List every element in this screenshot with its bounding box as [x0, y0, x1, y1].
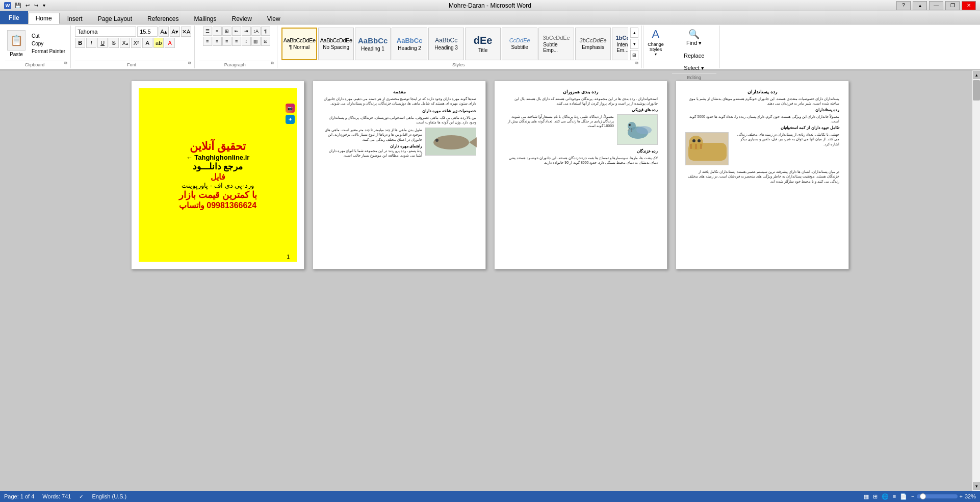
tab-mailings[interactable]: Mailings — [186, 13, 224, 24]
select-button[interactable]: Select ▾ — [680, 63, 708, 73]
line-spacing-btn[interactable]: ↕ — [242, 37, 251, 46]
save-quick-btn[interactable]: 💾 — [13, 2, 22, 9]
justify-btn[interactable]: ≡ — [232, 37, 241, 46]
strikethrough-btn[interactable]: S — [109, 38, 119, 48]
redo-quick-btn[interactable]: ↪ — [33, 2, 40, 9]
paste-icon: 📋 — [7, 30, 25, 51]
tab-review[interactable]: Review — [224, 13, 259, 24]
tab-file[interactable]: File — [0, 11, 28, 24]
tab-home[interactable]: Home — [28, 13, 60, 24]
tab-references[interactable]: References — [140, 13, 186, 24]
page-3-reptile-text: لاک پشت ها، مارها، سوسمارها و تمساح ها ه… — [504, 156, 658, 165]
view-web-layout[interactable]: 🌐 — [882, 493, 889, 500]
zoom-slider[interactable] — [917, 494, 958, 498]
find-button[interactable]: 🔍 Find ▾ — [682, 27, 706, 48]
quick-access-dropdown[interactable]: ▾ — [41, 2, 47, 9]
pages-row: 📷 ✈ تحقیق آنلاین Tahghighonline.ir ← مرج… — [131, 81, 849, 269]
paragraph-expander[interactable]: ⧉ — [271, 61, 274, 67]
change-styles-button[interactable]: A ChangeStyles ▾ — [643, 26, 668, 68]
style-title[interactable]: dEe Title — [465, 28, 501, 60]
align-left-btn[interactable]: ≡ — [203, 37, 212, 46]
style-heading2[interactable]: AaBbCc Heading 2 — [392, 28, 427, 60]
status-right: ▦ ⊞ 🌐 ≡ 📄 − + 32% — [864, 493, 976, 500]
style-subtle-em[interactable]: 3bCcDdEe Subtle Emp... — [538, 28, 574, 60]
decrease-indent-btn[interactable]: ⇤ — [232, 27, 241, 36]
style-heading3[interactable]: AaBbCc Heading 3 — [428, 28, 464, 60]
page-4: رده پستانداران پستانداران دارای خصوصیات … — [676, 81, 849, 269]
scrollbar-down-arrow[interactable]: ▾ — [973, 482, 980, 490]
highlight-btn[interactable]: ab — [153, 38, 164, 48]
bullets-btn[interactable]: ☰ — [203, 27, 212, 36]
minimize-btn[interactable]: — — [929, 1, 943, 10]
scrollbar-right[interactable]: ▴ ▾ — [972, 70, 980, 491]
styles-expander[interactable]: ⧉ — [635, 61, 638, 67]
sort-btn[interactable]: ↕A — [251, 27, 261, 36]
text-effects-btn[interactable]: A — [142, 38, 152, 48]
clipboard-label: Clipboard — [5, 61, 64, 67]
styles-scroll-down[interactable]: ▾ — [630, 39, 638, 49]
paste-button[interactable]: 📋 Paste — [5, 29, 28, 58]
style-intense-em[interactable]: 1bCcDdEe Intense Em... — [612, 28, 628, 60]
tab-insert[interactable]: Insert — [60, 13, 90, 24]
page-3-subh2: رده خزندگان — [504, 149, 658, 154]
style-heading1[interactable]: AaBbCc Heading 1 — [355, 28, 391, 60]
font-expander[interactable]: ⧉ — [188, 61, 191, 67]
svg-point-6 — [629, 124, 631, 126]
zoom-out-btn[interactable]: − — [911, 493, 914, 499]
replace-button[interactable]: Replace — [680, 51, 708, 61]
undo-quick-btn[interactable]: ↩ — [24, 2, 31, 9]
font-size-input[interactable] — [137, 27, 158, 37]
style-heading3-preview: AaBbCc — [435, 37, 457, 44]
align-center-btn[interactable]: ≡ — [213, 37, 222, 46]
show-hide-btn[interactable]: ¶ — [261, 27, 270, 36]
tab-page-layout[interactable]: Page Layout — [90, 13, 140, 24]
borders-btn[interactable]: ⊡ — [261, 37, 270, 46]
styles-expand[interactable]: ⊞ — [630, 50, 638, 60]
font-name-row: A▴ A▾ ✕A — [75, 27, 191, 37]
bold-btn[interactable]: B — [75, 38, 85, 48]
superscript-btn[interactable]: X² — [131, 38, 141, 48]
align-right-btn[interactable]: ≡ — [222, 37, 231, 46]
shading-btn[interactable]: ▥ — [251, 37, 261, 46]
page-3-intro: استخوانداران - رده بندی ها در این مجموعه… — [504, 96, 658, 106]
scrollbar-up-arrow[interactable]: ▴ — [973, 71, 980, 79]
view-outline[interactable]: ≡ — [893, 493, 896, 499]
multilevel-list-btn[interactable]: ⊞ — [222, 27, 231, 36]
zoom-slider-thumb[interactable] — [920, 493, 926, 499]
italic-btn[interactable]: I — [86, 38, 96, 48]
grow-font-btn[interactable]: A▴ — [159, 27, 169, 37]
increase-indent-btn[interactable]: ⇥ — [242, 27, 251, 36]
cut-button[interactable]: Cut — [30, 33, 67, 39]
clipboard-expander[interactable]: ⧉ — [64, 61, 67, 67]
align-row: ≡ ≡ ≡ ≡ ↕ ▥ ⊡ — [203, 37, 270, 46]
copy-button[interactable]: Copy — [30, 40, 67, 47]
help-btn[interactable]: ? — [896, 1, 911, 10]
view-print-layout[interactable]: ▦ — [864, 493, 869, 500]
style-normal[interactable]: AaBbCcDdEe ¶ Normal — [281, 28, 317, 60]
style-subtitle[interactable]: CcDdEe Subtitle — [502, 28, 537, 60]
font-color-btn[interactable]: A — [165, 38, 175, 48]
style-no-spacing[interactable]: AaBbCcDdEe No Spacing — [318, 28, 354, 60]
style-no-spacing-label: No Spacing — [323, 44, 349, 50]
ribbon-toggle-btn[interactable]: ▴ — [913, 1, 927, 10]
style-intense-em-label: Intense Em... — [616, 42, 628, 53]
title-bar: W 💾 ↩ ↪ ▾ Mohre-Daran - Microsoft Word ?… — [0, 0, 980, 11]
font-name-input[interactable] — [75, 27, 136, 37]
page-3-heading: رده بندی همزوران — [504, 89, 658, 94]
styles-scroll-up[interactable]: ▴ — [630, 28, 638, 38]
close-btn[interactable]: ✕ — [962, 1, 976, 10]
tab-view[interactable]: View — [260, 13, 288, 24]
format-painter-button[interactable]: Format Painter — [30, 48, 67, 55]
view-full-screen[interactable]: ⊞ — [873, 493, 878, 500]
zoom-in-btn[interactable]: + — [960, 493, 963, 499]
clear-format-btn[interactable]: ✕A — [181, 27, 191, 37]
underline-btn[interactable]: U — [97, 38, 108, 48]
style-emphasis[interactable]: 3bCcDdEe Emphasis — [575, 28, 611, 60]
scrollbar-thumb[interactable] — [973, 80, 980, 101]
restore-btn[interactable]: ❐ — [945, 1, 960, 10]
view-draft[interactable]: 📄 — [900, 493, 907, 500]
shrink-font-btn[interactable]: A▾ — [170, 27, 180, 37]
numbered-list-btn[interactable]: ≡ — [213, 27, 222, 36]
subscript-btn[interactable]: X₂ — [120, 38, 130, 48]
document-area: 📷 ✈ تحقیق آنلاین Tahghighonline.ir ← مرج… — [0, 70, 980, 481]
